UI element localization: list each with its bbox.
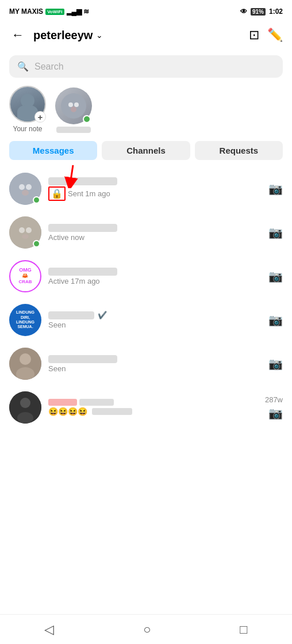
search-placeholder: Search bbox=[34, 62, 64, 72]
eye-icon: 👁 bbox=[240, 7, 247, 16]
sender-name-blur-pink bbox=[48, 399, 77, 406]
message-item[interactable]: 😆😆😆😆 287w 📷 bbox=[0, 386, 292, 429]
svg-point-3 bbox=[71, 106, 76, 112]
online-dot bbox=[33, 240, 40, 247]
message-time: 287w bbox=[265, 395, 283, 404]
tab-messages[interactable]: Messages bbox=[9, 141, 97, 160]
message-name-row bbox=[48, 399, 258, 406]
message-subtitle: Seen bbox=[48, 364, 262, 373]
avatar-wrap bbox=[9, 173, 41, 205]
lock-icon-box: 🔒 bbox=[48, 186, 66, 201]
your-note-story[interactable]: + Your note bbox=[9, 86, 46, 133]
message-content: ✔️ Seen bbox=[48, 311, 262, 329]
time-display: 1:02 bbox=[269, 7, 283, 16]
status-bar: MY MAXIS VoWiFi ▂▄▆ ≋ 👁 91% 1:02 bbox=[0, 0, 292, 21]
search-bar[interactable]: 🔍 Search bbox=[9, 55, 283, 78]
message-item[interactable]: 🔒 Sent 1m ago 📷 bbox=[0, 167, 292, 211]
home-nav-icon[interactable]: ○ bbox=[143, 622, 151, 637]
message-item[interactable]: Seen 📷 bbox=[0, 342, 292, 386]
svg-point-18 bbox=[20, 398, 30, 408]
wifi-badge: VoWiFi bbox=[45, 9, 64, 15]
bottom-spacer bbox=[0, 429, 292, 464]
avatar-wrap bbox=[9, 391, 41, 424]
message-item[interactable]: LINDUNGDIRI,LINDUNGSEMUA. ✔️ Seen 📷 bbox=[0, 298, 292, 342]
camera-icon[interactable]: 📷 bbox=[268, 406, 283, 420]
message-content: Active 17m ago bbox=[48, 268, 262, 285]
dark-avatar-icon bbox=[9, 391, 41, 424]
svg-point-13 bbox=[22, 234, 29, 239]
avatar-wrap bbox=[9, 348, 41, 380]
camera-icon[interactable]: 📷 bbox=[268, 313, 283, 327]
cat-avatar-icon bbox=[60, 92, 87, 120]
edit-icon[interactable]: ✏️ bbox=[267, 28, 283, 43]
battery-icon: 91% bbox=[251, 8, 266, 16]
recent-apps-icon[interactable]: □ bbox=[240, 622, 247, 637]
sender-name-blur bbox=[48, 177, 117, 185]
sender-name-blur bbox=[79, 399, 114, 406]
lindung-text: LINDUNGDIRI,LINDUNGSEMUA. bbox=[16, 310, 34, 330]
tabs-bar: Messages Channels Requests bbox=[0, 141, 292, 167]
avatar-wrap: LINDUNGDIRI,LINDUNGSEMUA. bbox=[9, 304, 41, 336]
status-right: 👁 91% 1:02 bbox=[240, 7, 283, 16]
camera-icon[interactable]: 📷 bbox=[268, 182, 283, 196]
story-item-1[interactable] bbox=[55, 87, 92, 133]
message-blur bbox=[92, 408, 132, 415]
svg-point-2 bbox=[74, 102, 79, 107]
message-status: Sent 1m ago bbox=[68, 189, 110, 198]
message-content: 🔒 Sent 1m ago bbox=[48, 177, 262, 201]
svg-point-0 bbox=[61, 93, 86, 119]
camera-icon[interactable]: 📷 bbox=[268, 269, 283, 283]
message-subtitle: Active 17m ago bbox=[48, 277, 262, 285]
sender-name-blur bbox=[48, 224, 117, 232]
carrier-name: MY MAXIS bbox=[9, 7, 43, 16]
online-dot bbox=[33, 196, 40, 204]
new-video-icon[interactable]: ⊡ bbox=[249, 28, 259, 43]
avatar: OMG🦀CRAB bbox=[9, 260, 41, 292]
message-content: Active now bbox=[48, 224, 262, 242]
message-status: Active 17m ago bbox=[48, 277, 100, 285]
message-subtitle: Seen bbox=[48, 321, 262, 329]
story-name-blur bbox=[56, 127, 91, 133]
message-list: 🔒 Sent 1m ago 📷 bbox=[0, 167, 292, 429]
omg-text: OMG🦀CRAB bbox=[18, 268, 32, 285]
header: ← peterleeyw ⌄ ⊡ ✏️ bbox=[0, 21, 292, 49]
message-subtitle: Active now bbox=[48, 233, 262, 242]
sender-name-blur bbox=[48, 268, 117, 276]
message-name-row bbox=[48, 177, 262, 185]
message-meta: 287w 📷 bbox=[265, 395, 283, 420]
svg-point-5 bbox=[19, 184, 25, 190]
person-avatar-icon bbox=[9, 348, 41, 380]
message-subtitle: 😆😆😆😆 bbox=[48, 407, 258, 416]
header-actions: ⊡ ✏️ bbox=[249, 28, 283, 43]
your-note-label: Your note bbox=[13, 125, 43, 133]
svg-point-11 bbox=[19, 227, 25, 233]
message-status: Seen bbox=[48, 321, 66, 329]
username-area[interactable]: peterleeyw ⌄ bbox=[33, 29, 242, 42]
message-item[interactable]: Active now 📷 bbox=[0, 211, 292, 254]
username-label: peterleeyw bbox=[33, 29, 93, 42]
sender-name-blur bbox=[48, 311, 94, 319]
message-subtitle: 🔒 Sent 1m ago bbox=[48, 186, 262, 201]
message-status: Seen bbox=[48, 364, 66, 373]
verified-badge-icon: ✔️ bbox=[98, 311, 107, 319]
message-content: 😆😆😆😆 bbox=[48, 399, 258, 416]
search-icon: 🔍 bbox=[17, 61, 29, 72]
back-button[interactable]: ← bbox=[9, 25, 26, 45]
signal-icons: ▂▄▆ ≋ bbox=[67, 7, 90, 16]
avatar-wrap: OMG🦀CRAB bbox=[9, 260, 41, 292]
camera-icon[interactable]: 📷 bbox=[268, 357, 283, 371]
avatar-wrap bbox=[9, 216, 41, 249]
svg-point-19 bbox=[17, 412, 33, 424]
navigation-bar: ◁ ○ □ bbox=[0, 614, 292, 644]
story-avatar-wrap bbox=[55, 87, 92, 124]
back-nav-icon[interactable]: ◁ bbox=[44, 622, 54, 637]
avatar bbox=[9, 348, 41, 380]
message-item[interactable]: OMG🦀CRAB Active 17m ago 📷 bbox=[0, 254, 292, 298]
add-note-plus[interactable]: + bbox=[34, 111, 46, 123]
svg-point-6 bbox=[26, 184, 32, 190]
tab-channels[interactable]: Channels bbox=[102, 141, 190, 160]
online-indicator bbox=[83, 115, 91, 123]
camera-icon[interactable]: 📷 bbox=[268, 226, 283, 239]
emoji-message: 😆😆😆😆 bbox=[48, 407, 87, 416]
tab-requests[interactable]: Requests bbox=[195, 141, 283, 160]
